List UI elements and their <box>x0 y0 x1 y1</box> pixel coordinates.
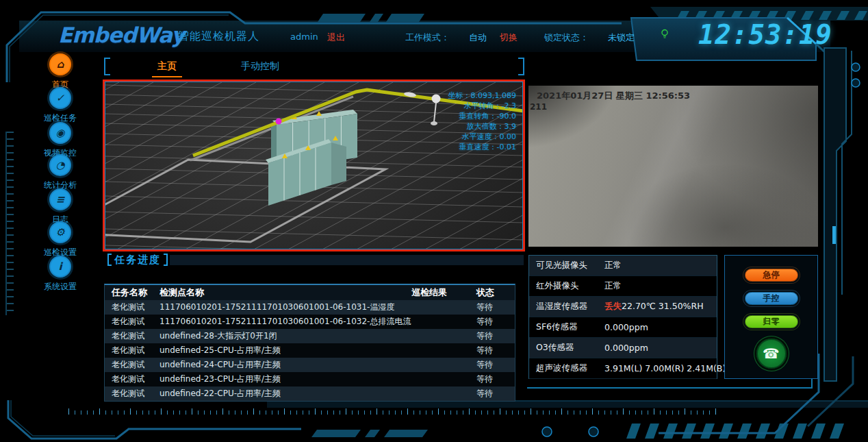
phone-call-icon: ☎ <box>763 345 780 362</box>
work-mode-value: 自动 <box>469 32 487 44</box>
home-icon: ⌂ <box>49 53 71 75</box>
bracket-decoration <box>104 58 110 75</box>
col-status: 状态 <box>476 286 515 299</box>
task-name-cell: 老化测试 <box>105 388 159 400</box>
work-mode-label: 工作模式： <box>405 32 450 44</box>
telemetry-line: 放大倍数：3.9 <box>448 121 516 132</box>
task-progress-table: 任务名称 检测点名称 巡检结果 状态 老化测试 111706010201-175… <box>104 284 515 402</box>
status-cell: 等待 <box>476 359 515 371</box>
table-row[interactable]: 老化测试 undefined-28-大指示灯0开1闭 等待 <box>105 329 515 343</box>
robot-control-panel: 急停 手控 归零 ☎ <box>724 255 818 379</box>
status-cell: 等待 <box>476 316 515 328</box>
sidebar-item-system-settings[interactable]: i 系统设置 <box>38 256 82 293</box>
table-row[interactable]: 老化测试 111706010201-17521111701030601001-0… <box>105 300 515 315</box>
table-row[interactable]: 老化测试 111706010201-17521111701030601001-0… <box>105 315 515 329</box>
table-body: 老化测试 111706010201-17521111701030601001-0… <box>105 300 515 401</box>
telemetry-line: 坐标：8.093,1.089 <box>448 90 516 101</box>
clock-display: 12:53:19 <box>698 19 815 50</box>
sensor-row-temperature-humidity: 温湿度传感器 丢失22.70℃ 31.50%RH <box>529 297 717 317</box>
bracket-decoration <box>164 254 168 266</box>
logout-button[interactable]: 退出 <box>327 32 345 44</box>
reset-zero-button[interactable]: 归零 <box>745 315 798 328</box>
camera-timestamp: 2021年01月27日 星期三 12:56:53 <box>537 90 690 102</box>
col-task-name: 任务名称 <box>105 286 159 299</box>
task-name-cell: 老化测试 <box>105 345 159 356</box>
robot-position-dot <box>276 119 282 125</box>
sidebar-item-home[interactable]: ⌂ 首页 <box>38 53 82 90</box>
lock-status-value: 未锁定 <box>608 32 635 44</box>
lock-status-label: 锁定状态： <box>544 32 589 44</box>
table-row[interactable]: 老化测试 undefined-22-CPU-占用率/主频 等待 <box>105 386 515 401</box>
scene-telemetry: 坐标：8.093,1.089 水平转角：-2.3 垂直转角：-90.0 放大倍数… <box>448 90 516 152</box>
brand-logo: EmbedWay <box>58 23 184 47</box>
work-mode-switch-button[interactable]: 切换 <box>500 32 518 44</box>
log-icon: ≡ <box>49 188 71 210</box>
tab-manual-control[interactable]: 手动控制 <box>241 60 279 73</box>
sidebar-item-logs[interactable]: ≡ 日志 <box>38 188 82 225</box>
section-title: 任务进度 <box>114 254 161 267</box>
tab-home[interactable]: 主页 <box>157 60 177 73</box>
table-row[interactable]: 老化测试 undefined-24-CPU-占用率/主频 等待 <box>105 358 515 372</box>
status-cell: 等待 <box>476 345 515 356</box>
inspection-robot-dashboard: EmbedWay 智能巡检机器人 admin 退出 工作模式： 自动 切换 锁定… <box>0 0 868 442</box>
clipboard-icon: ✓ <box>49 87 71 109</box>
manual-control-button[interactable]: 手控 <box>745 292 798 305</box>
point-name-cell: undefined-23-CPU-占用率/主频 <box>159 373 411 385</box>
camera-feed: 2021年01月27日 星期三 12:56:53 211 <box>528 86 818 247</box>
username: admin <box>290 32 318 42</box>
table-header: 任务名称 检测点名称 巡检结果 状态 <box>105 285 515 300</box>
gear-icon: ⚙ <box>49 221 71 243</box>
app-title: 智能巡检机器人 <box>178 29 259 44</box>
sensor-status-panel: 可见光摄像头 正常 红外摄像头 正常 温湿度传感器 丢失22.70℃ 31.50… <box>528 255 717 379</box>
point-name-cell: undefined-22-CPU-占用率/主频 <box>159 388 411 400</box>
sidebar-item-label: 系统设置 <box>44 281 77 293</box>
point-name-cell: undefined-25-CPU-占用率/主频 <box>159 345 411 356</box>
status-cell: 等待 <box>476 302 515 313</box>
col-result: 巡检结果 <box>411 286 476 299</box>
left-ruler-decoration <box>5 132 14 315</box>
scene-highlight-border: 坐标：8.093,1.089 水平转角：-2.3 垂直转角：-90.0 放大倍数… <box>103 79 525 251</box>
status-cell: 等待 <box>476 373 515 385</box>
sidebar-item-video-monitoring[interactable]: ◉ 视频监控 <box>38 122 82 159</box>
robot-model <box>431 95 441 126</box>
camera-id-overlay: 211 <box>530 102 547 112</box>
camera-icon: ◉ <box>49 122 71 144</box>
header: EmbedWay 智能巡检机器人 admin 退出 工作模式： 自动 切换 锁定… <box>0 0 868 55</box>
status-cell: 等待 <box>476 330 515 342</box>
telemetry-line: 垂直转角：-90.0 <box>448 111 516 121</box>
point-name-cell: undefined-24-CPU-占用率/主频 <box>159 359 411 371</box>
sidebar-item-inspection-settings[interactable]: ⚙ 巡检设置 <box>38 221 82 258</box>
point-name-cell: 111706010201-17521111701030601001-06-103… <box>159 316 411 328</box>
phone-call-button[interactable]: ☎ <box>756 339 787 369</box>
telemetry-line: 水平转角：-2.3 <box>448 101 516 111</box>
status-cell: 等待 <box>476 388 515 400</box>
emergency-stop-button[interactable]: 急停 <box>745 269 798 282</box>
stats-clock-icon: ◔ <box>49 154 71 176</box>
sensor-row-infrared-camera: 红外摄像头 正常 <box>529 276 717 297</box>
table-row[interactable]: 老化测试 undefined-25-CPU-占用率/主频 等待 <box>105 343 515 358</box>
table-row[interactable]: 老化测试 undefined-23-CPU-占用率/主频 等待 <box>105 372 515 386</box>
point-name-cell: 111706010201-17521111701030601001-06-103… <box>159 302 411 313</box>
col-point-name: 检测点名称 <box>159 286 411 299</box>
point-name-cell: undefined-28-大指示灯0开1闭 <box>159 330 411 342</box>
sidebar-item-statistics[interactable]: ◔ 统计分析 <box>38 154 82 191</box>
status-light-icon <box>661 29 669 40</box>
task-name-cell: 老化测试 <box>105 302 159 313</box>
bracket-decoration <box>518 58 524 75</box>
sensor-row-ultrasonic: 超声波传感器 3.91M(L) 7.00M(R) 2.41M(B) <box>529 358 717 379</box>
3d-map-viewport[interactable]: 坐标：8.093,1.089 水平转角：-2.3 垂直转角：-90.0 放大倍数… <box>105 82 523 249</box>
sensor-row-visible-camera: 可见光摄像头 正常 <box>529 256 717 276</box>
bottom-ruler-ticks-major <box>68 408 717 415</box>
tab-bar: 主页 手动控制 <box>104 58 524 75</box>
info-icon: i <box>49 256 71 278</box>
sensor-row-o3: O3传感器 0.000ppm <box>529 338 717 358</box>
sensor-alert: 丢失 <box>604 301 622 311</box>
telemetry-line: 水平速度：0.00 <box>448 132 516 142</box>
task-progress-title: 任务进度 <box>107 253 168 267</box>
task-name-cell: 老化测试 <box>105 359 159 371</box>
bracket-decoration <box>107 254 112 266</box>
task-name-cell: 老化测试 <box>105 330 159 342</box>
task-name-cell: 老化测试 <box>105 316 159 328</box>
sensor-row-sf6: SF6传感器 0.000ppm <box>529 317 717 338</box>
sidebar-item-inspection-tasks[interactable]: ✓ 巡检任务 <box>38 87 82 124</box>
